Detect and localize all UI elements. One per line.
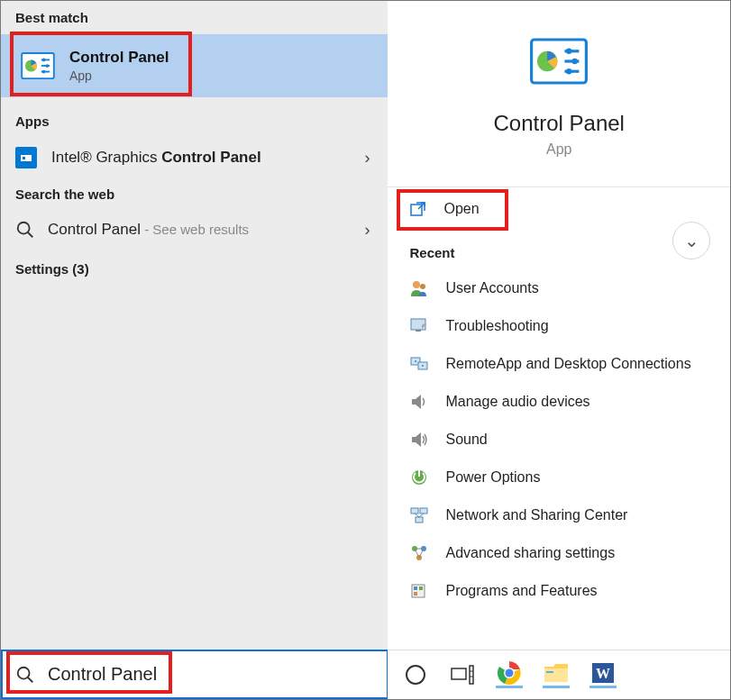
svg-rect-8 bbox=[21, 155, 32, 161]
svg-point-30 bbox=[422, 365, 424, 367]
svg-point-55 bbox=[506, 668, 514, 677]
recent-item-remoteapp[interactable]: RemoteApp and Desktop Connections bbox=[409, 347, 708, 381]
web-result-label: Control Panel - See web results bbox=[48, 221, 249, 239]
best-match-title: Control Panel bbox=[69, 49, 169, 67]
chrome-taskbar-icon[interactable] bbox=[496, 661, 523, 688]
recent-item-sound[interactable]: Sound bbox=[409, 423, 708, 457]
settings-header[interactable]: Settings (3) bbox=[1, 249, 388, 289]
search-icon bbox=[15, 665, 35, 685]
preview-subtitle: App bbox=[546, 141, 571, 158]
svg-point-6 bbox=[45, 64, 49, 68]
programs-icon bbox=[409, 581, 429, 601]
recent-header: Recent bbox=[409, 245, 708, 260]
preview-title: Control Panel bbox=[494, 111, 625, 136]
cortana-icon[interactable] bbox=[402, 661, 429, 688]
expand-button[interactable]: ⌄ bbox=[672, 222, 710, 259]
recent-item-label: RemoteApp and Desktop Connections bbox=[445, 356, 690, 372]
svg-rect-49 bbox=[452, 668, 466, 679]
preview-pane: Control Panel App Open ⌄ Recent User Acc… bbox=[388, 1, 730, 699]
svg-point-12 bbox=[18, 667, 30, 678]
svg-point-7 bbox=[42, 70, 46, 74]
svg-rect-32 bbox=[418, 469, 420, 477]
taskbar: W bbox=[388, 650, 730, 699]
recent-list: User Accounts Troubleshooting RemoteApp … bbox=[409, 271, 708, 608]
svg-point-10 bbox=[18, 223, 30, 234]
control-panel-icon bbox=[21, 52, 55, 79]
svg-line-37 bbox=[419, 514, 424, 517]
network-icon bbox=[409, 505, 429, 525]
recent-item-programs-features[interactable]: Programs and Features bbox=[409, 574, 708, 608]
remoteapp-icon bbox=[409, 354, 429, 374]
recent-item-label: Troubleshooting bbox=[445, 318, 548, 334]
svg-rect-46 bbox=[419, 586, 423, 590]
open-label: Open bbox=[443, 201, 479, 217]
task-view-icon[interactable] bbox=[449, 661, 476, 688]
svg-rect-34 bbox=[420, 508, 427, 514]
best-match-header: Best match bbox=[1, 1, 388, 34]
search-input-bar[interactable] bbox=[1, 650, 388, 699]
svg-rect-33 bbox=[411, 508, 418, 514]
sound-icon bbox=[409, 430, 429, 450]
svg-point-23 bbox=[413, 281, 420, 288]
svg-rect-45 bbox=[414, 586, 417, 590]
search-icon bbox=[15, 220, 35, 240]
troubleshooting-icon bbox=[409, 316, 429, 336]
svg-rect-56 bbox=[544, 668, 568, 682]
recent-item-label: Programs and Features bbox=[445, 583, 597, 599]
user-accounts-icon bbox=[409, 278, 429, 298]
apps-header: Apps bbox=[1, 105, 388, 138]
intel-graphics-icon bbox=[15, 147, 37, 168]
chevron-right-icon: › bbox=[364, 149, 370, 168]
audio-icon bbox=[409, 392, 429, 412]
search-input[interactable] bbox=[48, 664, 318, 685]
file-explorer-taskbar-icon[interactable] bbox=[543, 661, 570, 688]
sharing-icon bbox=[409, 543, 429, 563]
svg-line-36 bbox=[415, 514, 419, 517]
svg-line-13 bbox=[28, 677, 33, 682]
chevron-down-icon: ⌄ bbox=[684, 230, 699, 251]
recent-item-label: Sound bbox=[445, 432, 487, 448]
svg-rect-57 bbox=[546, 671, 553, 673]
power-icon bbox=[409, 468, 429, 487]
search-web-header: Search the web bbox=[1, 177, 388, 211]
app-result-label: Intel® Graphics Control Panel bbox=[51, 149, 261, 167]
svg-point-24 bbox=[420, 284, 425, 289]
best-match-subtitle: App bbox=[69, 68, 169, 83]
open-action[interactable]: Open bbox=[388, 187, 730, 231]
word-taskbar-icon[interactable]: W bbox=[589, 661, 617, 688]
chevron-right-icon: › bbox=[364, 221, 370, 240]
svg-line-11 bbox=[28, 232, 33, 238]
svg-point-48 bbox=[407, 666, 425, 684]
recent-item-label: Advanced sharing settings bbox=[445, 545, 615, 561]
control-panel-icon bbox=[530, 37, 588, 86]
svg-text:W: W bbox=[596, 666, 610, 681]
app-result-intel-graphics[interactable]: Intel® Graphics Control Panel › bbox=[1, 138, 388, 177]
svg-point-20 bbox=[572, 59, 578, 64]
svg-rect-50 bbox=[470, 666, 473, 684]
recent-item-label: Power Options bbox=[445, 469, 540, 486]
recent-item-label: Network and Sharing Center bbox=[445, 507, 627, 523]
svg-point-29 bbox=[415, 360, 416, 362]
svg-point-19 bbox=[566, 49, 571, 54]
svg-rect-35 bbox=[416, 517, 423, 523]
recent-item-label: Manage audio devices bbox=[445, 394, 589, 410]
svg-rect-26 bbox=[416, 330, 421, 332]
recent-item-manage-audio[interactable]: Manage audio devices bbox=[409, 385, 708, 419]
recent-item-label: User Accounts bbox=[445, 280, 538, 296]
svg-rect-47 bbox=[414, 592, 417, 595]
search-results-pane: Best match Control Panel App Apps bbox=[1, 1, 388, 699]
best-match-result[interactable]: Control Panel App bbox=[1, 34, 388, 97]
svg-rect-9 bbox=[23, 157, 25, 159]
recent-item-power-options[interactable]: Power Options bbox=[409, 460, 708, 495]
web-result-control-panel[interactable]: Control Panel - See web results › bbox=[1, 211, 388, 249]
recent-item-advanced-sharing[interactable]: Advanced sharing settings bbox=[409, 536, 708, 570]
recent-item-network-sharing[interactable]: Network and Sharing Center bbox=[409, 498, 708, 532]
recent-item-user-accounts[interactable]: User Accounts bbox=[409, 271, 708, 305]
open-icon bbox=[409, 200, 427, 218]
recent-item-troubleshooting[interactable]: Troubleshooting bbox=[409, 309, 708, 343]
svg-point-5 bbox=[42, 59, 46, 62]
svg-point-21 bbox=[566, 68, 571, 74]
